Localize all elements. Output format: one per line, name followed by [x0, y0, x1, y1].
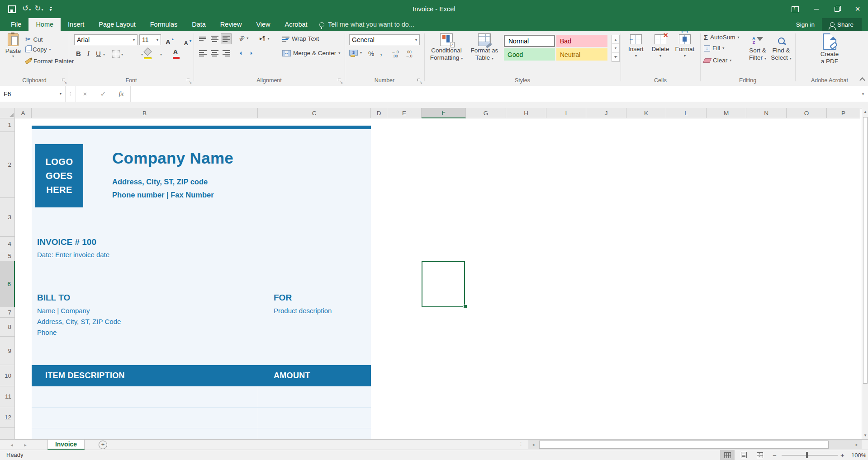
format-dropdown-icon[interactable]: ▾ [684, 52, 686, 59]
tab-formulas[interactable]: Formulas [143, 18, 185, 31]
row-header-5[interactable]: 5 [0, 251, 15, 261]
fill-dropdown-icon[interactable]: ▾ [722, 46, 724, 50]
paste-dropdown-icon[interactable]: ▾ [4, 54, 23, 58]
insert-function-button[interactable]: fx [112, 86, 131, 102]
format-painter-button[interactable]: Format Painter [25, 58, 74, 65]
minimize-button[interactable] [806, 0, 826, 18]
create-pdf-button[interactable]: Create a PDF [813, 33, 846, 65]
row-header-3[interactable]: 3 [0, 198, 15, 237]
new-sheet-button[interactable]: + [99, 441, 107, 449]
alignment-dialog-launcher[interactable] [338, 79, 342, 83]
accounting-format-button[interactable]: $ ▾ [349, 50, 362, 56]
gallery-scroll-down-icon[interactable]: ▼ [612, 44, 619, 52]
borders-dropdown-icon[interactable]: ▾ [121, 52, 123, 56]
font-color-dropdown-icon[interactable]: ▾ [160, 52, 162, 56]
cell-style-neutral[interactable]: Neutral [556, 48, 607, 61]
column-header-H[interactable]: H [506, 108, 546, 118]
share-button[interactable]: Share [822, 18, 862, 31]
bold-button[interactable]: B [74, 50, 83, 57]
bottom-align-button[interactable] [221, 33, 232, 44]
column-header-M[interactable]: M [707, 108, 746, 118]
autosum-dropdown-icon[interactable]: ▾ [738, 35, 740, 39]
gallery-more-icon[interactable]: ▼ [612, 53, 619, 61]
decrease-decimal-icon[interactable]: .00 →.0 [405, 50, 413, 58]
zoom-out-button[interactable]: − [773, 451, 777, 459]
delete-cells-button[interactable]: Delete ▾ [649, 34, 672, 59]
scrollbar-resize-handle[interactable]: ⋮ [518, 441, 524, 447]
horizontal-scrollbar-thumb[interactable] [539, 441, 829, 449]
row-header-8[interactable]: 8 [0, 318, 15, 337]
vertical-scrollbar[interactable]: ▲ ▼ [862, 108, 868, 439]
cell-style-good[interactable]: Good [504, 48, 555, 61]
tab-home[interactable]: Home [28, 18, 61, 31]
enter-button[interactable]: ✓ [94, 86, 112, 102]
copy-button[interactable]: Copy ▾ [25, 46, 51, 53]
vertical-scrollbar-thumb[interactable] [863, 117, 868, 384]
comma-style-button[interactable]: , [380, 48, 382, 57]
find-select-button[interactable]: Find & Select ▾ [770, 34, 792, 62]
increase-decimal-icon[interactable]: ←.0 .00 [392, 50, 399, 58]
gallery-scroll-up-icon[interactable]: ▲ [612, 35, 619, 44]
underline-button[interactable]: U [94, 50, 103, 57]
font-family-dropdown-icon[interactable]: ▾ [133, 38, 135, 42]
fill-color-button[interactable] [144, 49, 152, 57]
scroll-up-icon[interactable]: ▲ [862, 108, 868, 116]
scroll-down-icon[interactable]: ▼ [862, 432, 868, 439]
formula-input[interactable] [131, 86, 858, 102]
fill-color-dropdown-icon[interactable]: ▾ [141, 52, 143, 56]
reading-order-button[interactable]: ▸¶ ▾ [260, 35, 269, 42]
orientation-dropdown-icon[interactable]: ▾ [247, 36, 248, 40]
cancel-button[interactable]: × [76, 86, 94, 102]
horizontal-scrollbar[interactable]: ◂ ▸ [528, 440, 862, 449]
column-header-G[interactable]: G [466, 108, 506, 118]
column-header-N[interactable]: N [746, 108, 787, 118]
font-color-button[interactable]: A [172, 49, 180, 57]
insert-dropdown-icon[interactable]: ▾ [635, 52, 637, 59]
name-box-dropdown-icon[interactable]: ▾ [60, 92, 62, 96]
row-header-2[interactable]: 2 [0, 132, 15, 198]
sort-filter-button[interactable]: AZ Sort & Filter ▾ [746, 34, 769, 62]
column-header-C[interactable]: C [258, 108, 371, 118]
percent-style-button[interactable]: % [368, 50, 374, 57]
restore-button[interactable] [826, 0, 847, 18]
number-format-select[interactable]: General▾ [349, 34, 420, 45]
worksheet[interactable]: LOGO GOES HERE Company Name Address, Cit… [15, 118, 862, 439]
row-header-10[interactable]: 10 [0, 365, 15, 386]
format-cells-button[interactable]: Format ▾ [673, 34, 697, 59]
decrease-font-size-button[interactable]: A▾ [184, 40, 188, 47]
zoom-level[interactable]: 100% [851, 452, 866, 459]
row-header-1[interactable]: 1 [0, 118, 15, 132]
row-header-partial[interactable] [0, 428, 15, 439]
tab-page-layout[interactable]: Page Layout [91, 18, 142, 31]
increase-font-size-button[interactable]: A▴ [166, 38, 171, 46]
active-cell-selection[interactable] [422, 261, 465, 307]
scroll-left-icon[interactable]: ◂ [528, 440, 538, 449]
scroll-right-icon[interactable]: ▸ [852, 440, 862, 449]
align-right-button[interactable] [221, 48, 232, 59]
column-header-K[interactable]: K [626, 108, 666, 118]
zoom-slider-track[interactable] [782, 455, 838, 455]
underline-dropdown-icon[interactable]: ▾ [103, 52, 105, 56]
column-header-B[interactable]: B [32, 108, 258, 118]
page-layout-view-button[interactable] [736, 450, 751, 460]
tab-file[interactable]: File [4, 18, 28, 31]
tab-insert[interactable]: Insert [61, 18, 91, 31]
number-dialog-launcher[interactable] [417, 79, 422, 83]
merge-center-dropdown-icon[interactable]: ▾ [338, 51, 340, 55]
row-header-12[interactable]: 12 [0, 407, 15, 428]
clear-button[interactable]: Clear ▾ [704, 57, 731, 64]
align-center-button[interactable] [209, 48, 220, 59]
insert-cells-button[interactable]: Insert ▾ [624, 34, 648, 59]
previous-sheet-icon[interactable]: ◂ [6, 440, 17, 450]
tab-view[interactable]: View [249, 18, 277, 31]
top-align-button[interactable] [197, 33, 208, 44]
select-all-button[interactable] [0, 108, 15, 118]
tab-data[interactable]: Data [185, 18, 213, 31]
formula-bar-drag-handle[interactable]: ⋮ [66, 86, 76, 102]
row-header-6[interactable]: 6 [0, 261, 15, 307]
row-header-4[interactable]: 4 [0, 237, 15, 251]
tab-review[interactable]: Review [213, 18, 249, 31]
font-size-select[interactable]: 11▾ [139, 34, 161, 45]
zoom-in-button[interactable]: + [840, 451, 844, 459]
borders-icon[interactable] [112, 50, 120, 58]
